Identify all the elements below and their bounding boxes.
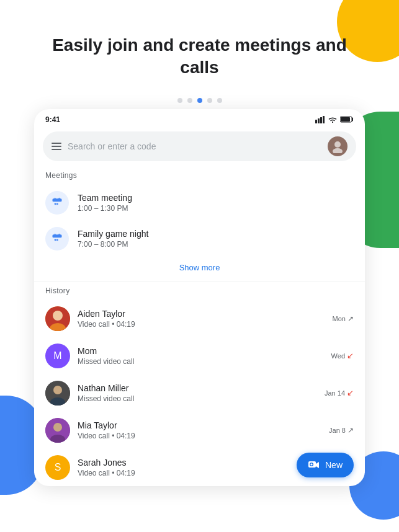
status-bar: 9:41 xyxy=(34,109,365,128)
dot-3-active[interactable] xyxy=(197,98,202,103)
history-sub-mom: Missed video call xyxy=(78,357,324,366)
show-more-button[interactable]: Show more xyxy=(34,257,365,278)
status-icons xyxy=(315,116,354,123)
date-mia: Jan 8 ↗ xyxy=(329,426,354,435)
arrow-out-icon-mia: ↗ xyxy=(347,426,354,435)
meeting-info-1: Team meeting 1:00 – 1:30 PM xyxy=(78,193,132,213)
svg-rect-11 xyxy=(55,197,56,199)
svg-point-25 xyxy=(53,386,62,394)
meeting-title-2: Family game night xyxy=(78,229,148,239)
phone-mockup: 9:41 Search or ent xyxy=(34,109,365,486)
svg-rect-12 xyxy=(59,197,60,199)
divider xyxy=(34,281,365,282)
svg-rect-18 xyxy=(59,233,60,235)
dot-1[interactable] xyxy=(177,98,182,103)
arrow-out-icon-aiden: ↗ xyxy=(347,314,354,323)
svg-rect-2 xyxy=(320,117,322,123)
svg-rect-33 xyxy=(310,464,312,465)
svg-rect-10 xyxy=(53,198,62,202)
history-info-mom: Mom Missed video call xyxy=(78,346,324,366)
svg-rect-20 xyxy=(56,239,58,241)
history-sub-mia: Video call • 04:19 xyxy=(78,432,321,440)
svg-point-7 xyxy=(334,141,341,148)
missed-icon-nathan: ↙ xyxy=(347,388,354,397)
page-dots xyxy=(0,98,399,103)
wifi-icon xyxy=(328,116,338,123)
new-button[interactable]: New xyxy=(297,453,354,477)
search-bar[interactable]: Search or enter a code xyxy=(43,131,356,161)
history-meta-mia: Jan 8 ↗ xyxy=(329,426,354,435)
meeting-info-2: Family game night 7:00 – 8:00 PM xyxy=(78,229,148,249)
history-name-nathan: Nathan Miller xyxy=(78,383,317,393)
meeting-calendar-icon-2 xyxy=(45,227,69,250)
meeting-item-2[interactable]: Family game night 7:00 – 8:00 PM xyxy=(34,221,365,257)
avatar-mom: M xyxy=(45,344,70,368)
history-item-mom[interactable]: M Mom Missed video call Wed ↙ xyxy=(34,337,365,375)
user-avatar[interactable] xyxy=(328,136,347,156)
avatar-aiden xyxy=(45,306,70,331)
dot-4[interactable] xyxy=(207,98,212,103)
date-mom: Wed ↙ xyxy=(331,351,354,360)
history-info-mia: Mia Taylor Video call • 04:19 xyxy=(78,420,321,440)
meeting-time-1: 1:00 – 1:30 PM xyxy=(78,204,132,213)
avatar-nathan xyxy=(45,381,70,406)
status-time: 9:41 xyxy=(45,115,60,124)
history-name-aiden: Aiden Taylor xyxy=(78,309,325,319)
history-meta-mom: Wed ↙ xyxy=(331,351,354,360)
dot-5[interactable] xyxy=(217,98,222,103)
new-button-label: New xyxy=(325,460,343,470)
search-placeholder: Search or enter a code xyxy=(68,141,321,151)
history-name-mia: Mia Taylor xyxy=(78,420,321,430)
date-aiden: Mon ↗ xyxy=(333,314,354,323)
svg-rect-17 xyxy=(55,233,56,235)
svg-rect-16 xyxy=(53,234,62,237)
history-item-mia[interactable]: Mia Taylor Video call • 04:19 Jan 8 ↗ xyxy=(34,412,365,449)
svg-point-8 xyxy=(333,148,343,153)
svg-point-28 xyxy=(53,423,62,432)
svg-rect-6 xyxy=(341,117,350,122)
history-meta-aiden: Mon ↗ xyxy=(333,314,354,323)
svg-rect-0 xyxy=(315,120,317,123)
svg-point-4 xyxy=(332,122,333,123)
history-meta-nathan: Jan 14 ↙ xyxy=(325,388,354,397)
missed-icon-mom: ↙ xyxy=(347,351,354,360)
meeting-calendar-icon-1 xyxy=(45,191,69,215)
meeting-item-1[interactable]: Team meeting 1:00 – 1:30 PM xyxy=(34,185,365,221)
history-section-label: History xyxy=(34,284,365,300)
video-add-icon xyxy=(308,459,320,471)
svg-rect-14 xyxy=(56,203,58,205)
history-sub-nathan: Missed video call xyxy=(78,394,317,403)
meeting-title-1: Team meeting xyxy=(78,193,132,203)
dot-2[interactable] xyxy=(187,98,192,103)
history-info-nathan: Nathan Miller Missed video call xyxy=(78,383,317,403)
history-item-nathan[interactable]: Nathan Miller Missed video call Jan 14 ↙ xyxy=(34,375,365,412)
hero-title: Easily join and create meetings and call… xyxy=(0,0,399,98)
history-item-aiden[interactable]: Aiden Taylor Video call • 04:19 Mon ↗ xyxy=(34,300,365,337)
date-nathan: Jan 14 ↙ xyxy=(325,388,354,397)
avatar-sarah: S xyxy=(45,455,70,480)
hamburger-menu-icon[interactable] xyxy=(52,143,61,150)
history-info-aiden: Aiden Taylor Video call • 04:19 xyxy=(78,309,325,329)
signal-icon xyxy=(315,116,325,123)
history-name-mom: Mom xyxy=(78,346,324,356)
history-sub-aiden: Video call • 04:19 xyxy=(78,320,325,329)
history-item-sarah[interactable]: S Sarah Jones Video call • 04:19 New xyxy=(34,449,365,486)
svg-rect-13 xyxy=(55,203,56,205)
avatar-mia xyxy=(45,418,70,443)
svg-rect-3 xyxy=(323,116,325,123)
battery-icon xyxy=(340,116,354,123)
svg-point-22 xyxy=(53,311,63,321)
svg-rect-1 xyxy=(318,118,320,123)
svg-rect-19 xyxy=(55,239,56,241)
meetings-section-label: Meetings xyxy=(34,169,365,185)
meeting-time-2: 7:00 – 8:00 PM xyxy=(78,240,148,249)
